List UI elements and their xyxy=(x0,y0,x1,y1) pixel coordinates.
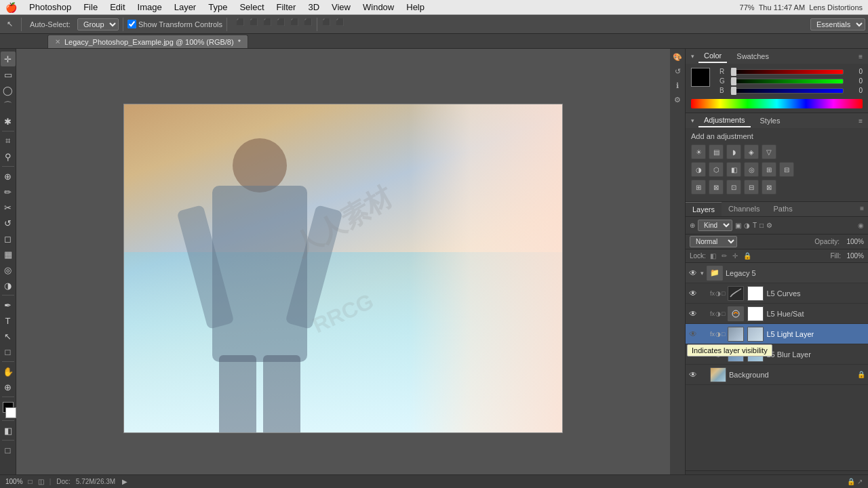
menu-type[interactable]: Type xyxy=(203,1,233,14)
huesat-adj-btn[interactable]: ◑ xyxy=(691,162,706,177)
panel-adj-icon[interactable]: ⚙ xyxy=(673,94,682,106)
app-title[interactable]: Lens Distortions xyxy=(809,3,863,12)
align-left-btn[interactable]: ⬛ xyxy=(234,18,246,31)
gradient-tool[interactable]: ▦ xyxy=(1,247,16,262)
menu-help[interactable]: Help xyxy=(401,1,430,14)
filter-toggle-icon[interactable]: ⊕ xyxy=(690,222,695,229)
exposure-adj-btn[interactable]: ◈ xyxy=(744,144,759,159)
crop-tool[interactable]: ⌗ xyxy=(1,134,16,148)
channel-mixer-adj-btn[interactable]: ⊞ xyxy=(762,162,776,177)
layer-blur[interactable]: 👁 fx ◑ □ L5 Blur Layer xyxy=(686,344,868,365)
menu-photoshop[interactable]: Photoshop xyxy=(24,1,77,14)
essentials-dropdown[interactable]: Essentials xyxy=(810,18,865,30)
type-tool[interactable]: T xyxy=(1,313,16,328)
layer-background[interactable]: 👁 Background 🔒 xyxy=(686,365,868,385)
menu-layer[interactable]: Layer xyxy=(169,1,202,14)
clone-tool[interactable]: ✂ xyxy=(1,200,16,215)
rectangle-tool[interactable]: □ xyxy=(1,344,16,359)
filter-smart-icon[interactable]: ⚙ xyxy=(766,222,772,229)
invert-adj-btn[interactable]: ⊞ xyxy=(691,180,706,195)
blue-slider[interactable] xyxy=(730,88,844,94)
blend-mode-select[interactable]: Normal xyxy=(690,236,737,247)
align-right-btn[interactable]: ⬛ xyxy=(261,18,273,31)
blur-tool[interactable]: ◎ xyxy=(1,262,16,277)
eraser-tool[interactable]: ◻ xyxy=(1,231,16,246)
adjustments-tab[interactable]: Adjustments xyxy=(698,114,751,127)
red-slider[interactable] xyxy=(730,69,844,75)
styles-tab[interactable]: Styles xyxy=(755,115,786,127)
eyedropper-tool[interactable]: ⚲ xyxy=(1,149,16,164)
align-top-btn[interactable]: ⬛ xyxy=(275,18,287,31)
layer-light[interactable]: 👁 fx ◑ □ L5 Light Layer xyxy=(686,324,868,344)
menu-edit[interactable]: Edit xyxy=(104,1,130,14)
layer-huesat[interactable]: 👁 fx ◑ □ xyxy=(686,304,868,324)
paths-tab[interactable]: Paths xyxy=(767,202,800,216)
filter-pixel-icon[interactable]: ▣ xyxy=(735,222,741,229)
quick-mask-tool[interactable]: ◧ xyxy=(1,423,16,438)
dodge-tool[interactable]: ◑ xyxy=(1,278,16,293)
show-transform-checkbox[interactable]: Show Transform Controls xyxy=(127,20,222,28)
doc-size-arrow[interactable]: ▶ xyxy=(122,478,127,485)
layers-tab[interactable]: Layers xyxy=(686,202,722,216)
canvas-image[interactable]: 人人素材 RRCG xyxy=(123,104,563,433)
menu-filter[interactable]: Filter xyxy=(271,1,302,14)
posterize-adj-btn[interactable]: ⊠ xyxy=(709,180,724,195)
filter-shape-icon[interactable]: □ xyxy=(760,222,764,229)
brightness-adj-btn[interactable]: ☀ xyxy=(691,144,706,159)
color-spectrum[interactable] xyxy=(691,99,863,108)
background-color[interactable] xyxy=(5,407,16,418)
hand-tool[interactable]: ✋ xyxy=(1,364,16,379)
history-brush-tool[interactable]: ↺ xyxy=(1,216,16,230)
dist-horiz-btn[interactable]: ⬛ xyxy=(320,18,332,31)
swatches-tab[interactable]: Swatches xyxy=(731,50,774,62)
panel-color-icon[interactable]: 🎨 xyxy=(671,52,684,63)
path-select-tool[interactable]: ↖ xyxy=(1,329,16,344)
menu-file[interactable]: File xyxy=(78,1,103,14)
bw-adj-btn[interactable]: ◧ xyxy=(726,162,741,177)
canvas-size-icon[interactable]: ◫ xyxy=(38,478,44,485)
levels-adj-btn[interactable]: ▤ xyxy=(709,144,724,159)
lock-all-btn[interactable]: 🔒 xyxy=(742,251,753,260)
gradient-map-adj-btn[interactable]: ⊟ xyxy=(744,180,759,195)
adj-panel-close[interactable]: ≡ xyxy=(859,117,863,125)
adjustments-panel-header[interactable]: ▾ Adjustments Styles ≡ xyxy=(686,113,868,128)
filter-adj-icon[interactable]: ◑ xyxy=(744,222,750,229)
transform-checkbox-input[interactable] xyxy=(127,20,136,28)
layer-visibility-huesat[interactable]: 👁 xyxy=(688,309,698,319)
layers-panel-options[interactable]: ≡ xyxy=(856,202,868,216)
layer-curves[interactable]: 👁 fx ◑ □ L5 Curves xyxy=(686,283,868,304)
lock-transparent-btn[interactable]: ◧ xyxy=(709,251,717,260)
layer-visibility-bg[interactable]: 👁 xyxy=(688,370,698,380)
spot-heal-tool[interactable]: ⊕ xyxy=(1,169,16,184)
photo-filter-adj-btn[interactable]: ◎ xyxy=(744,162,759,177)
threshold-adj-btn[interactable]: ⊡ xyxy=(726,180,741,195)
apple-menu[interactable]: 🍎 xyxy=(5,2,17,13)
move-tool[interactable]: ✛ xyxy=(1,52,16,66)
filter-kind-select[interactable]: Kind xyxy=(698,220,732,231)
vibrance-adj-btn[interactable]: ▽ xyxy=(762,144,776,159)
color-panel-close[interactable]: ≡ xyxy=(859,53,863,60)
layer-visibility-light[interactable]: 👁 xyxy=(688,329,698,339)
green-slider[interactable] xyxy=(730,79,844,84)
channels-tab[interactable]: Channels xyxy=(722,202,766,216)
tab-close-btn[interactable]: ✕ xyxy=(55,38,60,45)
curves-adj-btn[interactable]: ◗ xyxy=(726,144,741,159)
auto-select-dropdown[interactable]: Group xyxy=(77,18,119,30)
color-lookup-adj-btn[interactable]: ⊟ xyxy=(779,162,794,177)
document-tab[interactable]: ✕ Legacy_Photoshop_Example.jpg @ 100% (R… xyxy=(47,35,248,48)
auto-select-btn[interactable]: Auto-Select: xyxy=(26,19,75,30)
align-center-btn[interactable]: ⬛ xyxy=(248,18,260,31)
move-tool-btn[interactable]: ↖ xyxy=(3,18,17,30)
lock-image-btn[interactable]: ✏ xyxy=(720,251,728,260)
align-middle-btn[interactable]: ⬛ xyxy=(288,18,300,31)
selective-color-adj-btn[interactable]: ⊠ xyxy=(762,180,776,195)
color-tab[interactable]: Color xyxy=(698,49,727,63)
lock-position-btn[interactable]: ✛ xyxy=(731,251,739,260)
menu-3d[interactable]: 3D xyxy=(302,1,325,14)
layer-group-legacy5[interactable]: 👁 ▾ 📁 Legacy 5 xyxy=(686,263,868,283)
layer-visibility-blur[interactable]: 👁 xyxy=(688,350,698,359)
color-collapse-icon[interactable]: ▾ xyxy=(691,53,694,60)
color-panel-header[interactable]: ▾ Color Swatches ≡ xyxy=(686,49,868,64)
menu-select[interactable]: Select xyxy=(234,1,269,14)
menu-image[interactable]: Image xyxy=(132,1,167,14)
